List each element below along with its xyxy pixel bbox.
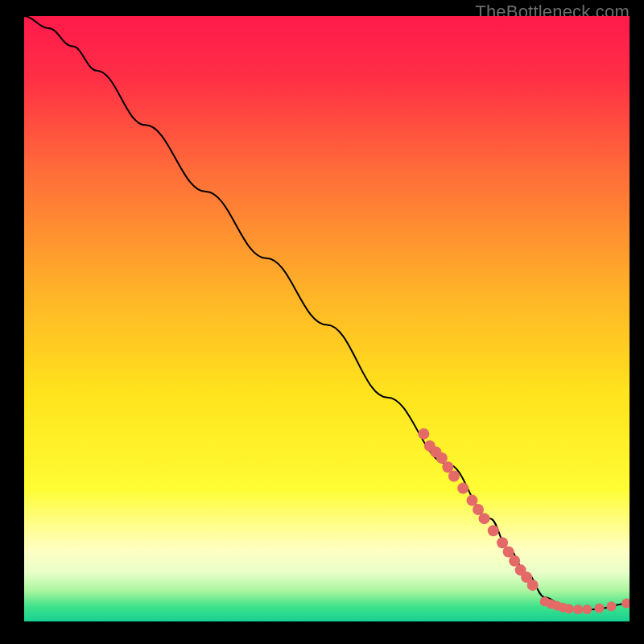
curve-marker — [564, 604, 574, 613]
curve-marker — [488, 525, 499, 536]
curve-marker — [479, 513, 490, 524]
chart-background — [24, 16, 630, 621]
chart-stage: TheBottleneck.com — [0, 0, 644, 644]
curve-marker — [582, 605, 592, 614]
bottleneck-chart — [24, 16, 630, 621]
curve-marker — [594, 603, 604, 613]
curve-marker — [527, 580, 539, 591]
curve-marker — [573, 605, 583, 614]
curve-marker — [457, 483, 469, 494]
curve-marker — [606, 601, 616, 611]
curve-marker — [418, 428, 429, 440]
curve-marker — [448, 471, 460, 482]
